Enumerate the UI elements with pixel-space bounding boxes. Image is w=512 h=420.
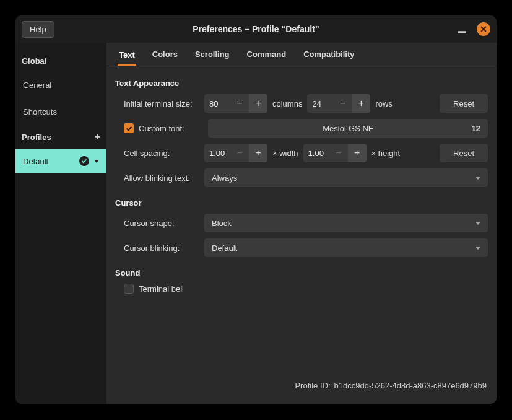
height-minus-button[interactable]: − bbox=[329, 144, 348, 162]
sidebar-item-shortcuts[interactable]: Shortcuts bbox=[15, 98, 106, 125]
rows-plus-button[interactable]: + bbox=[352, 94, 370, 113]
terminal-bell-label: Terminal bell bbox=[139, 284, 184, 294]
help-button[interactable]: Help bbox=[22, 21, 54, 38]
height-input[interactable] bbox=[303, 149, 329, 158]
font-size-label: 12 bbox=[472, 124, 480, 133]
tab-scrolling[interactable]: Scrolling bbox=[194, 43, 231, 65]
columns-minus-button[interactable]: − bbox=[230, 94, 249, 113]
chevron-down-icon[interactable] bbox=[94, 160, 99, 163]
profile-id-label: Profile ID: bbox=[295, 381, 330, 390]
custom-font-label: Custom font: bbox=[139, 124, 203, 133]
columns-plus-button[interactable]: + bbox=[249, 94, 267, 113]
minimize-button[interactable] bbox=[456, 23, 468, 35]
rows-spinbox[interactable]: − + bbox=[307, 94, 370, 113]
cursor-shape-select[interactable]: Block bbox=[204, 214, 488, 232]
cursor-blinking-select[interactable]: Default bbox=[204, 238, 488, 257]
sidebar: Global General Shortcuts Profiles + Defa… bbox=[15, 43, 106, 404]
blink-label: Allow blinking text: bbox=[124, 173, 199, 183]
section-text-appearance: Text Appearance bbox=[115, 79, 488, 88]
font-chooser-button[interactable]: MesloLGS NF 12 bbox=[208, 119, 488, 138]
reset-size-button[interactable]: Reset bbox=[440, 94, 488, 113]
profile-id-value: b1dcc9dd-5262-4d8d-a863-c897e6d979b9 bbox=[334, 381, 487, 390]
tab-bar: Text Colors Scrolling Command Compatibil… bbox=[106, 43, 497, 66]
initial-size-label: Initial terminal size: bbox=[124, 99, 199, 108]
blink-value: Always bbox=[212, 173, 237, 183]
tab-text[interactable]: Text bbox=[118, 44, 136, 66]
rows-minus-button[interactable]: − bbox=[333, 94, 352, 113]
blink-select[interactable]: Always bbox=[204, 168, 488, 187]
columns-spinbox[interactable]: − + bbox=[204, 94, 267, 113]
profile-name-label: Default bbox=[23, 157, 74, 166]
main-panel: Text Colors Scrolling Command Compatibil… bbox=[106, 43, 497, 404]
tab-compatibility[interactable]: Compatibility bbox=[302, 43, 355, 65]
width-input[interactable] bbox=[204, 149, 230, 158]
close-button[interactable] bbox=[477, 22, 490, 36]
columns-input[interactable] bbox=[204, 99, 230, 108]
cursor-blinking-label: Cursor blinking: bbox=[124, 243, 199, 253]
sidebar-profile-default[interactable]: Default bbox=[15, 149, 106, 173]
font-name-label: MesloLGS NF bbox=[323, 124, 373, 133]
rows-input[interactable] bbox=[307, 99, 333, 108]
check-circle-icon bbox=[79, 156, 89, 166]
window-title: Preferences – Profile “Default” bbox=[193, 24, 319, 34]
height-spinbox[interactable]: − + bbox=[303, 144, 367, 162]
columns-unit: columns bbox=[272, 99, 302, 108]
dropdown-icon bbox=[475, 222, 480, 225]
cursor-shape-label: Cursor shape: bbox=[124, 219, 199, 228]
custom-font-checkbox[interactable] bbox=[124, 123, 134, 133]
height-unit: × height bbox=[371, 149, 401, 158]
reset-spacing-button[interactable]: Reset bbox=[440, 144, 488, 162]
cursor-blinking-value: Default bbox=[212, 243, 237, 253]
tab-colors[interactable]: Colors bbox=[151, 43, 179, 65]
tab-command[interactable]: Command bbox=[246, 43, 288, 65]
width-unit: × width bbox=[272, 149, 298, 158]
sidebar-heading-profiles: Profiles + bbox=[15, 125, 106, 149]
preferences-window: Help Preferences – Profile “Default” Glo… bbox=[15, 15, 497, 404]
sidebar-item-general[interactable]: General bbox=[15, 72, 106, 98]
dropdown-icon bbox=[475, 177, 480, 180]
cell-spacing-label: Cell spacing: bbox=[124, 149, 199, 158]
width-spinbox[interactable]: − + bbox=[204, 144, 267, 162]
rows-unit: rows bbox=[375, 99, 392, 108]
terminal-bell-checkbox[interactable] bbox=[124, 284, 134, 294]
section-cursor: Cursor bbox=[115, 198, 488, 208]
width-plus-button[interactable]: + bbox=[249, 144, 267, 162]
cursor-shape-value: Block bbox=[212, 219, 232, 228]
titlebar: Help Preferences – Profile “Default” bbox=[15, 15, 497, 43]
width-minus-button[interactable]: − bbox=[230, 144, 249, 162]
section-sound: Sound bbox=[115, 268, 488, 278]
dropdown-icon bbox=[475, 247, 480, 250]
sidebar-heading-global: Global bbox=[15, 50, 106, 72]
height-plus-button[interactable]: + bbox=[348, 144, 367, 162]
add-profile-icon[interactable]: + bbox=[95, 131, 100, 142]
